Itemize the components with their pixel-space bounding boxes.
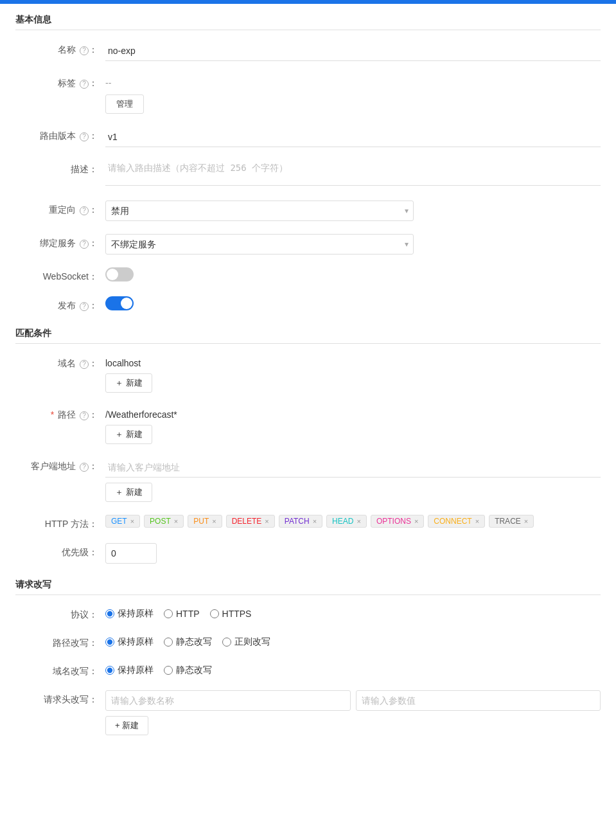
path-rewrite-regex-radio[interactable] xyxy=(222,638,231,647)
method-connect: CONNECT × xyxy=(428,515,485,528)
bind-service-help-icon[interactable]: ? xyxy=(80,240,89,249)
route-version-label: 路由版本 xyxy=(40,130,76,141)
bind-service-select[interactable]: 不绑定服务 xyxy=(105,234,414,255)
field-client-address: 客户端地址 ?： ＋ 新建 xyxy=(15,457,601,502)
path-rewrite-radio-group: 保持原样 静态改写 正则改写 xyxy=(105,634,601,648)
remove-patch-icon[interactable]: × xyxy=(313,517,317,525)
redirect-help-icon[interactable]: ? xyxy=(80,206,89,215)
domain-rewrite-keep-radio[interactable] xyxy=(105,666,114,675)
field-path-rewrite: 路径改写： 保持原样 静态改写 正则改写 xyxy=(15,634,601,649)
path-rewrite-keep[interactable]: 保持原样 xyxy=(105,636,154,648)
field-name: 名称 ?： xyxy=(15,40,601,61)
domain-help-icon[interactable]: ? xyxy=(80,360,89,369)
method-delete: DELETE × xyxy=(226,515,275,528)
domain-rewrite-content: 保持原样 静态改写 xyxy=(105,662,601,676)
header-param-value-input[interactable] xyxy=(356,690,601,711)
remove-delete-icon[interactable]: × xyxy=(265,517,268,525)
section-rewrite-title: 请求改写 xyxy=(15,579,601,595)
protocol-http[interactable]: HTTP xyxy=(164,609,200,619)
method-head: HEAD × xyxy=(326,515,367,528)
domain-label: 域名 xyxy=(58,358,76,368)
new-domain-button[interactable]: ＋ 新建 xyxy=(105,373,152,393)
domain-rewrite-keep[interactable]: 保持原样 xyxy=(105,665,154,676)
manage-button[interactable]: 管理 xyxy=(105,94,144,114)
method-options: OPTIONS × xyxy=(371,515,424,528)
field-websocket: WebSocket： xyxy=(15,267,601,283)
http-methods-content: GET × POST × PUT × DELETE × PATCH × xyxy=(105,515,601,528)
method-put: PUT × xyxy=(188,515,222,528)
field-route-version: 路由版本 ?： xyxy=(15,127,601,147)
remove-post-icon[interactable]: × xyxy=(174,517,178,525)
http-methods-container: GET × POST × PUT × DELETE × PATCH × xyxy=(105,515,601,528)
name-content xyxy=(105,40,601,61)
new-header-button[interactable]: + 新建 xyxy=(105,716,148,735)
field-publish: 发布 ?： xyxy=(15,296,601,312)
priority-content xyxy=(105,543,601,564)
plus-client-icon: ＋ xyxy=(115,487,123,498)
path-rewrite-static[interactable]: 静态改写 xyxy=(164,636,212,648)
name-input[interactable] xyxy=(105,40,601,61)
description-textarea[interactable] xyxy=(105,160,601,186)
protocol-http-radio[interactable] xyxy=(164,609,173,618)
plus-path-icon: ＋ xyxy=(115,429,123,440)
client-address-help-icon[interactable]: ? xyxy=(80,463,89,472)
path-rewrite-regex[interactable]: 正则改写 xyxy=(222,636,270,648)
path-help-icon[interactable]: ? xyxy=(80,411,89,420)
section-matching-title: 匹配条件 xyxy=(15,328,601,344)
tag-content: -- 管理 xyxy=(105,74,601,114)
name-help-icon[interactable]: ? xyxy=(80,46,89,55)
method-post: POST × xyxy=(144,515,184,528)
protocol-content: 保持原样 HTTP HTTPS xyxy=(105,605,601,620)
field-description: 描述： xyxy=(15,160,601,188)
tag-help-icon[interactable]: ? xyxy=(80,80,89,89)
remove-get-icon[interactable]: × xyxy=(130,517,134,525)
protocol-keep-radio[interactable] xyxy=(105,609,114,618)
publish-help-icon[interactable]: ? xyxy=(80,302,89,311)
remove-options-icon[interactable]: × xyxy=(414,517,418,525)
domain-value: localhost xyxy=(105,354,601,368)
new-client-button[interactable]: ＋ 新建 xyxy=(105,483,152,502)
redirect-select-wrapper: 禁用 启用 ▾ xyxy=(105,201,414,221)
domain-rewrite-radio-group: 保持原样 静态改写 xyxy=(105,662,601,676)
publish-label: 发布 xyxy=(58,300,76,310)
websocket-label: WebSocket xyxy=(43,271,89,281)
path-rewrite-content: 保持原样 静态改写 正则改写 xyxy=(105,634,601,648)
http-methods-label: HTTP 方法 xyxy=(45,519,89,529)
path-rewrite-keep-radio[interactable] xyxy=(105,638,114,647)
redirect-content: 禁用 启用 ▾ xyxy=(105,201,601,221)
new-path-button[interactable]: ＋ 新建 xyxy=(105,425,152,444)
client-address-input[interactable] xyxy=(105,457,601,478)
bind-service-select-wrapper: 不绑定服务 ▾ xyxy=(105,234,414,255)
protocol-radio-group: 保持原样 HTTP HTTPS xyxy=(105,605,601,620)
route-version-help-icon[interactable]: ? xyxy=(80,132,89,141)
header-rewrite-label: 请求头改写 xyxy=(44,694,89,704)
protocol-https-radio[interactable] xyxy=(210,609,219,618)
domain-rewrite-static[interactable]: 静态改写 xyxy=(164,665,212,676)
route-version-input[interactable] xyxy=(105,127,601,147)
path-content: /Weatherforecast* ＋ 新建 xyxy=(105,406,601,444)
priority-label: 优先级 xyxy=(62,547,89,557)
header-param-name-input[interactable] xyxy=(105,690,351,711)
remove-put-icon[interactable]: × xyxy=(212,517,216,525)
bind-service-content: 不绑定服务 ▾ xyxy=(105,234,601,255)
field-domain-rewrite: 域名改写： 保持原样 静态改写 xyxy=(15,662,601,677)
name-label: 名称 xyxy=(58,44,76,55)
method-patch: PATCH × xyxy=(279,515,322,528)
plus-icon: ＋ xyxy=(115,377,123,389)
path-rewrite-label: 路径改写 xyxy=(53,638,89,648)
priority-input[interactable] xyxy=(105,543,157,564)
path-required-icon: * xyxy=(51,409,54,420)
protocol-keep-original[interactable]: 保持原样 xyxy=(105,608,154,620)
method-trace: TRACE × xyxy=(489,515,534,528)
header-rewrite-inputs xyxy=(105,690,601,711)
protocol-https[interactable]: HTTPS xyxy=(210,609,252,619)
remove-connect-icon[interactable]: × xyxy=(475,517,479,525)
domain-rewrite-static-radio[interactable] xyxy=(164,666,173,675)
domain-content: localhost ＋ 新建 xyxy=(105,354,601,393)
remove-trace-icon[interactable]: × xyxy=(524,517,528,525)
publish-toggle[interactable] xyxy=(105,296,134,310)
path-rewrite-static-radio[interactable] xyxy=(164,638,173,647)
websocket-toggle[interactable] xyxy=(105,267,134,281)
redirect-select[interactable]: 禁用 启用 xyxy=(105,201,414,221)
remove-head-icon[interactable]: × xyxy=(356,517,360,525)
